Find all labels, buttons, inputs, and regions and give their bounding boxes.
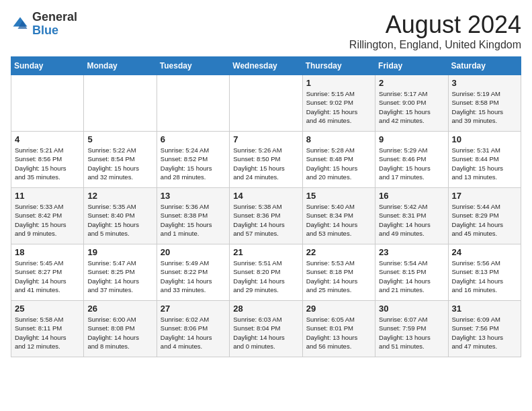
cell-info: Sunrise: 5:21 AM Sunset: 8:56 PM Dayligh… (15, 146, 80, 181)
calendar-cell: 8Sunrise: 5:28 AM Sunset: 8:48 PM Daylig… (302, 132, 375, 188)
day-number: 1 (306, 78, 371, 88)
calendar-cell: 30Sunrise: 6:07 AM Sunset: 7:59 PM Dayli… (375, 301, 448, 357)
cell-info: Sunrise: 6:07 AM Sunset: 7:59 PM Dayligh… (379, 315, 444, 351)
day-number: 26 (87, 304, 152, 314)
calendar-cell: 3Sunrise: 5:19 AM Sunset: 8:58 PM Daylig… (448, 75, 521, 132)
day-number: 4 (15, 134, 80, 144)
day-number: 8 (306, 134, 371, 144)
calendar-cell: 5Sunrise: 5:22 AM Sunset: 8:54 PM Daylig… (84, 132, 157, 188)
day-number: 10 (452, 134, 517, 144)
calendar-cell: 18Sunrise: 5:45 AM Sunset: 8:27 PM Dayli… (11, 244, 84, 301)
location-subtitle: Rillington, England, United Kingdom (349, 39, 521, 51)
column-header-tuesday: Tuesday (157, 57, 229, 75)
calendar-week-2: 4Sunrise: 5:21 AM Sunset: 8:56 PM Daylig… (11, 132, 521, 188)
day-number: 27 (161, 304, 226, 314)
cell-info: Sunrise: 5:35 AM Sunset: 8:40 PM Dayligh… (87, 202, 152, 238)
cell-info: Sunrise: 5:17 AM Sunset: 9:00 PM Dayligh… (379, 89, 444, 125)
calendar-cell: 1Sunrise: 5:15 AM Sunset: 9:02 PM Daylig… (302, 75, 375, 132)
day-number: 21 (233, 247, 298, 257)
cell-info: Sunrise: 5:15 AM Sunset: 9:02 PM Dayligh… (306, 89, 371, 125)
day-number: 7 (233, 134, 298, 144)
calendar-week-4: 18Sunrise: 5:45 AM Sunset: 8:27 PM Dayli… (11, 244, 521, 301)
calendar-cell: 17Sunrise: 5:44 AM Sunset: 8:29 PM Dayli… (448, 188, 521, 244)
day-number: 23 (379, 247, 444, 257)
cell-info: Sunrise: 5:53 AM Sunset: 8:18 PM Dayligh… (306, 259, 371, 294)
calendar-week-3: 11Sunrise: 5:33 AM Sunset: 8:42 PM Dayli… (11, 188, 521, 244)
column-header-monday: Monday (84, 57, 157, 75)
calendar-cell: 12Sunrise: 5:35 AM Sunset: 8:40 PM Dayli… (84, 188, 157, 244)
calendar-cell: 7Sunrise: 5:26 AM Sunset: 8:50 PM Daylig… (230, 132, 302, 188)
calendar-cell: 27Sunrise: 6:02 AM Sunset: 8:06 PM Dayli… (157, 301, 229, 357)
day-number: 13 (161, 191, 226, 201)
day-number: 19 (87, 247, 152, 257)
day-number: 25 (15, 304, 80, 314)
cell-info: Sunrise: 5:24 AM Sunset: 8:52 PM Dayligh… (161, 146, 226, 181)
column-header-wednesday: Wednesday (230, 57, 302, 75)
cell-info: Sunrise: 5:58 AM Sunset: 8:11 PM Dayligh… (15, 315, 80, 351)
day-number: 31 (452, 304, 517, 314)
calendar-cell: 11Sunrise: 5:33 AM Sunset: 8:42 PM Dayli… (11, 188, 84, 244)
day-number: 6 (161, 134, 226, 144)
cell-info: Sunrise: 5:19 AM Sunset: 8:58 PM Dayligh… (452, 89, 517, 125)
day-number: 2 (379, 78, 444, 88)
calendar-cell: 2Sunrise: 5:17 AM Sunset: 9:00 PM Daylig… (375, 75, 448, 132)
calendar-cell: 20Sunrise: 5:49 AM Sunset: 8:22 PM Dayli… (157, 244, 229, 301)
calendar-week-5: 25Sunrise: 5:58 AM Sunset: 8:11 PM Dayli… (11, 301, 521, 357)
calendar-cell (11, 75, 84, 132)
column-header-friday: Friday (375, 57, 448, 75)
day-number: 22 (306, 247, 371, 257)
calendar-cell: 23Sunrise: 5:54 AM Sunset: 8:15 PM Dayli… (375, 244, 448, 301)
calendar-cell: 25Sunrise: 5:58 AM Sunset: 8:11 PM Dayli… (11, 301, 84, 357)
cell-info: Sunrise: 5:31 AM Sunset: 8:44 PM Dayligh… (452, 146, 517, 181)
calendar-cell: 9Sunrise: 5:29 AM Sunset: 8:46 PM Daylig… (375, 132, 448, 188)
day-number: 15 (306, 191, 371, 201)
calendar-cell: 19Sunrise: 5:47 AM Sunset: 8:25 PM Dayli… (84, 244, 157, 301)
calendar-cell: 13Sunrise: 5:36 AM Sunset: 8:38 PM Dayli… (157, 188, 229, 244)
cell-info: Sunrise: 5:44 AM Sunset: 8:29 PM Dayligh… (452, 202, 517, 238)
calendar-cell: 6Sunrise: 5:24 AM Sunset: 8:52 PM Daylig… (157, 132, 229, 188)
calendar-cell: 22Sunrise: 5:53 AM Sunset: 8:18 PM Dayli… (302, 244, 375, 301)
calendar-cell: 26Sunrise: 6:00 AM Sunset: 8:08 PM Dayli… (84, 301, 157, 357)
calendar-table: SundayMondayTuesdayWednesdayThursdayFrid… (11, 56, 521, 357)
calendar-cell: 29Sunrise: 6:05 AM Sunset: 8:01 PM Dayli… (302, 301, 375, 357)
month-year-title: August 2024 (349, 11, 521, 39)
cell-info: Sunrise: 5:45 AM Sunset: 8:27 PM Dayligh… (15, 259, 80, 294)
logo-text: General Blue (32, 11, 77, 38)
calendar-header-row: SundayMondayTuesdayWednesdayThursdayFrid… (11, 57, 521, 75)
column-header-thursday: Thursday (302, 57, 375, 75)
cell-info: Sunrise: 5:51 AM Sunset: 8:20 PM Dayligh… (233, 259, 298, 294)
calendar-cell: 14Sunrise: 5:38 AM Sunset: 8:36 PM Dayli… (230, 188, 302, 244)
cell-info: Sunrise: 6:02 AM Sunset: 8:06 PM Dayligh… (161, 315, 226, 351)
cell-info: Sunrise: 5:38 AM Sunset: 8:36 PM Dayligh… (233, 202, 298, 238)
day-number: 20 (161, 247, 226, 257)
page-header: General Blue August 2024 Rillington, Eng… (11, 11, 521, 51)
calendar-cell: 28Sunrise: 6:03 AM Sunset: 8:04 PM Dayli… (230, 301, 302, 357)
calendar-cell: 24Sunrise: 5:56 AM Sunset: 8:13 PM Dayli… (448, 244, 521, 301)
cell-info: Sunrise: 5:54 AM Sunset: 8:15 PM Dayligh… (379, 259, 444, 294)
calendar-cell: 15Sunrise: 5:40 AM Sunset: 8:34 PM Dayli… (302, 188, 375, 244)
calendar-week-1: 1Sunrise: 5:15 AM Sunset: 9:02 PM Daylig… (11, 75, 521, 132)
column-header-saturday: Saturday (448, 57, 521, 75)
day-number: 14 (233, 191, 298, 201)
cell-info: Sunrise: 5:22 AM Sunset: 8:54 PM Dayligh… (87, 146, 152, 181)
calendar-cell: 21Sunrise: 5:51 AM Sunset: 8:20 PM Dayli… (230, 244, 302, 301)
calendar-cell (157, 75, 229, 132)
cell-info: Sunrise: 5:29 AM Sunset: 8:46 PM Dayligh… (379, 146, 444, 181)
day-number: 29 (306, 304, 371, 314)
logo-icon (11, 15, 30, 34)
cell-info: Sunrise: 6:03 AM Sunset: 8:04 PM Dayligh… (233, 315, 298, 351)
cell-info: Sunrise: 5:36 AM Sunset: 8:38 PM Dayligh… (161, 202, 226, 238)
cell-info: Sunrise: 5:47 AM Sunset: 8:25 PM Dayligh… (87, 259, 152, 294)
day-number: 17 (452, 191, 517, 201)
day-number: 11 (15, 191, 80, 201)
day-number: 30 (379, 304, 444, 314)
day-number: 12 (87, 191, 152, 201)
day-number: 16 (379, 191, 444, 201)
calendar-cell: 4Sunrise: 5:21 AM Sunset: 8:56 PM Daylig… (11, 132, 84, 188)
day-number: 28 (233, 304, 298, 314)
cell-info: Sunrise: 5:26 AM Sunset: 8:50 PM Dayligh… (233, 146, 298, 181)
day-number: 18 (15, 247, 80, 257)
cell-info: Sunrise: 6:05 AM Sunset: 8:01 PM Dayligh… (306, 315, 371, 351)
column-header-sunday: Sunday (11, 57, 84, 75)
cell-info: Sunrise: 5:49 AM Sunset: 8:22 PM Dayligh… (161, 259, 226, 294)
